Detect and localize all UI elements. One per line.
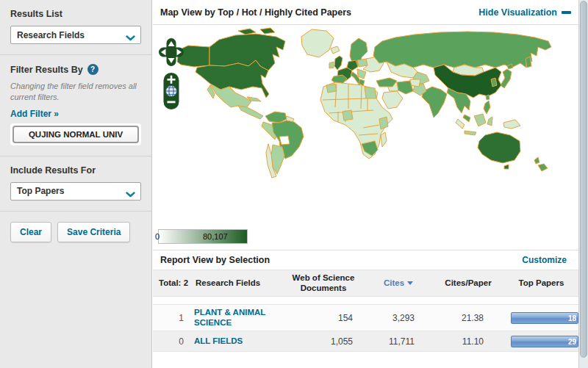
choropleth-map-svg: [153, 25, 578, 223]
map-region-colombia-venezuela[interactable]: [265, 112, 287, 123]
map-region-turkey[interactable]: [376, 78, 397, 87]
filter-sidebar: Results List Research Fields Filter Resu…: [0, 0, 152, 368]
map-region-arctic-island[interactable]: [260, 28, 275, 34]
results-list-select[interactable]: Research Fields: [10, 26, 141, 44]
globe-reset-icon[interactable]: [166, 86, 177, 97]
filter-by-section: Filter Results By ? Changing the filter …: [0, 55, 151, 156]
vertical-scrollbar-thumb[interactable]: [580, 1, 587, 358]
map-region-new-zealand[interactable]: [534, 157, 539, 164]
map-region-japan[interactable]: [501, 69, 512, 88]
filter-note: Changing the filter field removes all cu…: [10, 81, 141, 103]
esi-map-view-page: Results List Research Fields Filter Resu…: [0, 0, 588, 368]
filter-chip[interactable]: QUJING NORMAL UNIV: [12, 126, 139, 143]
map-region-philippines[interactable]: [484, 101, 490, 114]
cites-value: 3,293: [365, 313, 432, 323]
map-region-borneo[interactable]: [474, 114, 486, 126]
table-spacer: [153, 297, 578, 304]
map-region-uk[interactable]: [334, 56, 343, 70]
map-legend: 0 80,107: [153, 223, 578, 250]
map-region-morocco[interactable]: [326, 84, 337, 93]
map-view-title: Map View by Top / Hot / Highly Cited Pap…: [160, 7, 351, 18]
map-region-korea[interactable]: [491, 78, 497, 87]
map-region-kenya[interactable]: [379, 117, 388, 129]
map-region-balkans[interactable]: [357, 69, 366, 79]
column-header-wos-documents: Web of Science Documents: [282, 273, 365, 294]
legend-max-label: 80,107: [203, 232, 228, 241]
column-header-cites-sort-link[interactable]: Cites: [384, 278, 413, 289]
filter-chip-container: QUJING NORMAL UNIV: [10, 123, 141, 145]
vertical-scrollbar-track[interactable]: [578, 0, 588, 368]
map-region-bolivia[interactable]: [279, 136, 290, 145]
sort-desc-icon: [407, 281, 413, 285]
customize-link[interactable]: Customize: [522, 255, 567, 265]
world-map[interactable]: [153, 25, 578, 223]
row-rank: 1: [153, 313, 194, 323]
map-region-central-america[interactable]: [238, 106, 263, 119]
map-zoom-control[interactable]: [164, 73, 179, 109]
help-icon[interactable]: ?: [87, 64, 98, 75]
total-count-label: Total: 2: [153, 278, 194, 289]
include-results-label: Include Results For: [10, 165, 141, 176]
column-header-research-fields: Research Fields: [194, 278, 282, 289]
map-region-iran[interactable]: [397, 81, 413, 94]
map-view-header: Map View by Top / Hot / Highly Cited Pap…: [153, 0, 578, 25]
map-region-madagascar[interactable]: [381, 132, 387, 147]
map-region-canada[interactable]: [209, 34, 285, 71]
zoom-out-icon[interactable]: [168, 101, 176, 104]
results-list-section: Results List Research Fields: [0, 0, 151, 55]
include-results-selected-value: Top Papers: [17, 186, 64, 196]
include-results-select[interactable]: Top Papers: [10, 182, 141, 201]
top-papers-bar: 18: [511, 312, 578, 324]
map-region-sakhalin[interactable]: [526, 57, 531, 68]
chevron-down-icon: [126, 33, 135, 43]
map-region-java[interactable]: [465, 131, 476, 135]
research-field-link[interactable]: PLANT & ANIMAL SCIENCE: [194, 308, 282, 327]
wos-documents-value: 1,055: [282, 336, 365, 347]
sidebar-actions: Clear Save Criteria: [0, 212, 151, 253]
column-header-cites-per-paper: Cites/Paper: [432, 278, 504, 289]
clear-button[interactable]: Clear: [10, 222, 51, 242]
save-criteria-button[interactable]: Save Criteria: [57, 222, 130, 242]
report-view-header: Report View by Selection Customize: [153, 250, 578, 270]
row-rank: 0: [153, 336, 194, 347]
column-header-top-papers: Top Papers: [504, 278, 578, 289]
map-region-malaysia[interactable]: [463, 115, 470, 122]
map-region-australia[interactable]: [478, 132, 520, 163]
wos-documents-value: 154: [282, 313, 365, 323]
top-papers-bar: 29: [511, 336, 578, 347]
table-header-row: Total: 2 Research Fields Web of Science …: [153, 270, 578, 297]
map-region-new-guinea[interactable]: [503, 120, 520, 129]
map-region-saudi-arabia[interactable]: [382, 91, 403, 109]
collapse-minus-icon: [562, 11, 571, 14]
results-list-label: Results List: [10, 9, 141, 19]
cites-per-paper-value: 21.38: [432, 313, 504, 323]
map-region-egypt[interactable]: [365, 87, 376, 98]
table-row: 1 PLANT & ANIMAL SCIENCE 154 3,293 21.38…: [153, 304, 578, 331]
include-results-section: Include Results For Top Papers: [0, 156, 151, 212]
research-field-link[interactable]: ALL FIELDS: [194, 336, 282, 346]
add-filter-link[interactable]: Add Filter »: [10, 109, 59, 119]
map-region-nigeria[interactable]: [343, 110, 353, 120]
legend-min-label: 0: [155, 232, 159, 241]
cites-per-paper-value: 11.10: [432, 336, 504, 347]
map-region-iceland[interactable]: [331, 46, 340, 54]
map-region-ireland[interactable]: [329, 62, 334, 68]
map-region-greenland[interactable]: [301, 29, 334, 57]
cites-value: 11,711: [365, 336, 432, 347]
map-region-tasmania[interactable]: [504, 165, 509, 169]
results-list-selected-value: Research Fields: [17, 30, 85, 40]
table-row: 0 ALL FIELDS 1,055 11,711 11.10 29: [153, 331, 578, 352]
chevron-down-icon: [126, 190, 135, 200]
main-panel: Map View by Top / Hot / Highly Cited Pap…: [153, 0, 578, 368]
map-region-new-zealand[interactable]: [538, 164, 548, 171]
map-region-sumatra[interactable]: [456, 119, 465, 129]
map-region-sulawesi[interactable]: [487, 117, 492, 126]
map-region-russia[interactable]: [373, 32, 551, 68]
report-view-title: Report View by Selection: [160, 255, 270, 265]
hide-visualization-link[interactable]: Hide Visualization: [478, 7, 557, 18]
filter-by-label: Filter Results By: [10, 65, 83, 75]
